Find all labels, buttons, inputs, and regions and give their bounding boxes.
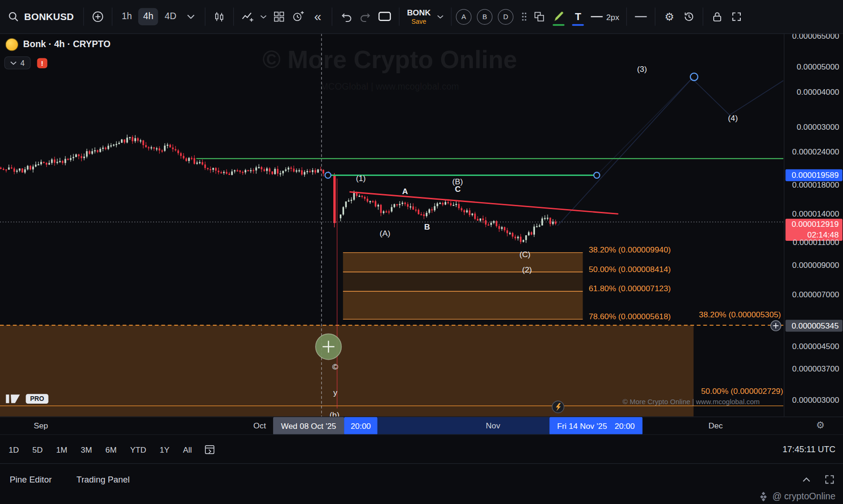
- toolbar-separator: [112, 7, 112, 26]
- grid-layout-button[interactable]: [269, 6, 288, 28]
- text-tool-button[interactable]: T: [569, 6, 588, 28]
- price-tick: 0.000003700: [792, 364, 839, 373]
- layout-menu-button[interactable]: [434, 6, 447, 28]
- top-toolbar: BONKUSD 1h4h4D: [0, 0, 843, 34]
- hidden-indicators-count: 4: [21, 59, 25, 67]
- range-start-time-label[interactable]: 20:00: [344, 417, 377, 435]
- range-3m[interactable]: 3M: [81, 445, 92, 454]
- expand-panel-icon[interactable]: [825, 475, 835, 484]
- tradingview-logo[interactable]: PRO: [6, 393, 49, 405]
- indicators-menu-button[interactable]: [258, 6, 269, 28]
- replay-icon: «: [314, 11, 321, 22]
- chart-style-button[interactable]: [210, 6, 229, 28]
- channel-watermark-text: @ cryptoOnline: [773, 491, 836, 502]
- active-tool-underline: [572, 24, 584, 26]
- wave-label: y: [333, 387, 337, 397]
- range-all[interactable]: All: [183, 445, 192, 454]
- panel-tab-pine-editor[interactable]: Pine Editor: [10, 475, 52, 485]
- range-ytd[interactable]: YTD: [130, 445, 147, 454]
- bar-replay-history-button[interactable]: [679, 6, 698, 28]
- drawing-handle[interactable]: [690, 73, 698, 81]
- compare-add-button[interactable]: [88, 6, 107, 28]
- active-tool-underline: [553, 24, 564, 26]
- time-axis[interactable]: Wed 08 Oct '25 20:00 Fri 14 Nov '25 20:0…: [0, 417, 843, 435]
- indicators-button[interactable]: [238, 6, 257, 28]
- snapshot-button[interactable]: [375, 6, 394, 28]
- bottom-panel: Pine EditorTrading Panel @ cryptoOnline: [0, 463, 843, 504]
- month-label-dec[interactable]: Dec: [704, 421, 728, 430]
- grid-icon: [273, 11, 285, 22]
- clock-utc[interactable]: 17:45:11 UTC: [783, 445, 836, 455]
- fullscreen-button[interactable]: [727, 6, 746, 28]
- interval-menu-button[interactable]: [181, 6, 200, 28]
- legend-title[interactable]: Bonk · 4h · CRYPTO: [23, 39, 111, 50]
- price-tick: 0.000003000: [792, 395, 839, 405]
- current-price-value: 0.000012919: [786, 219, 839, 230]
- alert-button[interactable]: [288, 6, 308, 28]
- panel-tab-trading-panel[interactable]: Trading Panel: [77, 475, 130, 485]
- wave-projection-line-2[interactable]: [597, 78, 692, 175]
- interval-1h[interactable]: 1h: [117, 8, 137, 25]
- line-width-button[interactable]: 2px: [588, 6, 622, 28]
- price-tick: 0.00003000: [797, 122, 839, 131]
- selected-time-range[interactable]: [378, 417, 550, 435]
- alert-clock-icon: [292, 11, 304, 22]
- month-label-sep[interactable]: Sep: [29, 421, 53, 430]
- month-label-oct[interactable]: Oct: [248, 421, 272, 430]
- interval-4D[interactable]: 4D: [160, 8, 181, 25]
- layout-tab-a[interactable]: A: [456, 9, 471, 24]
- time-axis-settings-button[interactable]: ⚙: [816, 419, 825, 431]
- layout-save-button[interactable]: BONK Save: [404, 8, 434, 25]
- range-end-label[interactable]: Fri 14 Nov '25 20:00: [549, 417, 642, 435]
- text-tool-icon: T: [575, 11, 581, 22]
- wave-label: (3): [637, 64, 647, 74]
- fib-level-label: 78.60% (0.000005618): [589, 312, 671, 321]
- lock-button[interactable]: [708, 6, 727, 28]
- fib-retracement-upper[interactable]: [343, 252, 583, 319]
- wave-label: (A): [379, 229, 390, 238]
- axis-add-alert-icon[interactable]: [771, 321, 781, 331]
- range-5d[interactable]: 5D: [32, 445, 42, 454]
- range-1d[interactable]: 1D: [8, 445, 19, 454]
- legend-collapse-button[interactable]: 4: [4, 56, 30, 70]
- gear-icon: ⚙: [665, 10, 674, 23]
- wave-label: ©: [332, 362, 338, 371]
- range-1y[interactable]: 1Y: [160, 445, 169, 454]
- replay-button[interactable]: «: [308, 6, 327, 28]
- price-axis[interactable]: 0.000019589 0.000012919 02:14:48 0.00000…: [784, 33, 843, 416]
- range-start-label[interactable]: Wed 08 Oct '25: [273, 417, 344, 435]
- frame-icon: [378, 11, 392, 22]
- range-6m[interactable]: 6M: [105, 445, 117, 454]
- history-clock-icon: [682, 11, 695, 22]
- chevron-down-icon: [10, 61, 17, 65]
- chart-stage: © More Crypto Online MCOGlobal | www.mco…: [0, 0, 843, 504]
- symbol-search-button[interactable]: BONKUSD: [0, 11, 79, 22]
- redo-button[interactable]: [356, 6, 375, 28]
- chevron-down-icon: [260, 15, 267, 19]
- drag-handle[interactable]: [519, 6, 530, 28]
- price-tick: 0.000011000: [793, 238, 839, 247]
- draw-tool-button[interactable]: [549, 6, 568, 28]
- symbol-legend[interactable]: Bonk · 4h · CRYPTO: [6, 38, 111, 51]
- go-to-date-button[interactable]: [204, 443, 215, 455]
- lightning-marker[interactable]: [552, 401, 564, 413]
- chevron-up-icon[interactable]: [802, 477, 810, 482]
- settings-button[interactable]: ⚙: [660, 6, 679, 28]
- wave-label: A: [402, 187, 408, 196]
- layout-tab-d[interactable]: D: [498, 9, 513, 24]
- range-1m[interactable]: 1M: [56, 445, 67, 454]
- chevron-down-icon: [437, 15, 444, 19]
- layout-tab-group: ABD: [456, 9, 519, 24]
- warning-icon[interactable]: !: [37, 58, 47, 68]
- add-point-marker[interactable]: [316, 334, 341, 359]
- layout-tab-b[interactable]: B: [477, 9, 492, 24]
- multichart-layout-button[interactable]: [530, 6, 549, 28]
- undo-button[interactable]: [337, 6, 356, 28]
- fib-level-label: 61.80% (0.000007123): [589, 284, 671, 293]
- month-label-nov[interactable]: Nov: [481, 421, 505, 430]
- bottom-panel-controls: [802, 475, 834, 484]
- fib-zone-lower[interactable]: [0, 325, 694, 417]
- line-style-button[interactable]: [631, 6, 650, 28]
- interval-4h[interactable]: 4h: [138, 8, 158, 25]
- save-label: Save: [412, 18, 427, 25]
